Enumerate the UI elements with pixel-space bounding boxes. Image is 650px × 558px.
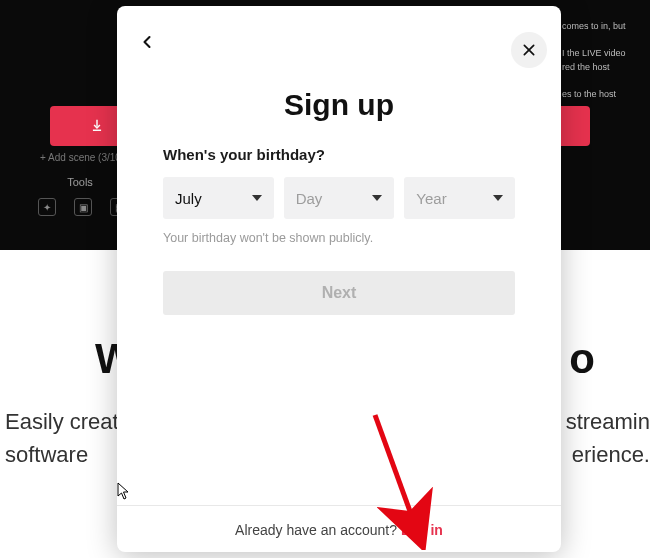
birthday-row: July Day Year: [163, 177, 515, 219]
birthday-label: When's your birthday?: [163, 146, 515, 163]
close-icon: [521, 42, 537, 58]
signup-modal: Sign up When's your birthday? July Day Y…: [117, 6, 561, 552]
modal-title: Sign up: [117, 88, 561, 122]
day-placeholder: Day: [296, 190, 323, 207]
heading-right: o: [569, 335, 595, 383]
sub-left-1: Easily creat: [5, 405, 119, 438]
next-button[interactable]: Next: [163, 271, 515, 315]
day-select[interactable]: Day: [284, 177, 395, 219]
modal-footer: Already have an account? Log in: [117, 505, 561, 552]
year-select[interactable]: Year: [404, 177, 515, 219]
back-button[interactable]: [133, 28, 161, 56]
sub-right-1: e streamin: [547, 405, 650, 438]
chevron-down-icon: [493, 195, 503, 201]
year-placeholder: Year: [416, 190, 446, 207]
signup-form: When's your birthday? July Day Year Your…: [117, 122, 561, 315]
add-scene-label: + Add scene (3/10): [40, 152, 124, 163]
chevron-down-icon: [372, 195, 382, 201]
sparkle-icon: ✦: [38, 198, 56, 216]
mouse-cursor-icon: [117, 482, 131, 503]
tool-icons: ✦ ▣ ▦: [38, 198, 128, 216]
modal-header: [117, 6, 561, 60]
sub-right-2: erience.: [547, 438, 650, 471]
camera-icon: ▣: [74, 198, 92, 216]
month-value: July: [175, 190, 202, 207]
tools-label: Tools: [30, 176, 130, 188]
chevron-left-icon: [137, 32, 157, 52]
chevron-down-icon: [252, 195, 262, 201]
download-icon: [90, 118, 104, 135]
footer-text: Already have an account?: [235, 522, 401, 538]
birthday-hint: Your birthday won't be shown publicly.: [163, 231, 515, 245]
login-link[interactable]: Log in: [401, 522, 443, 538]
close-button[interactable]: [511, 32, 547, 68]
month-select[interactable]: July: [163, 177, 274, 219]
chat-strip: comes to in, but I the LIVE video red th…: [562, 20, 642, 101]
sub-left-2: software: [5, 438, 119, 471]
